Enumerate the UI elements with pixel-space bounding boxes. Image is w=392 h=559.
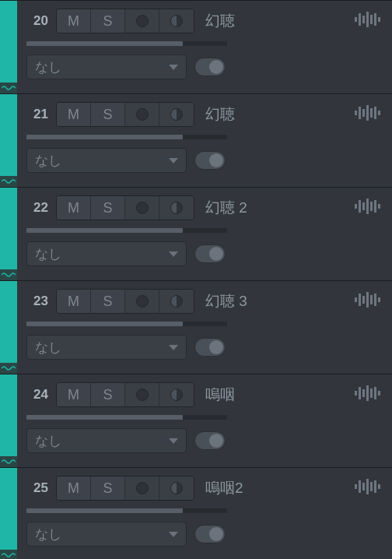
freeze-toggle[interactable] xyxy=(194,244,226,263)
monitor-icon xyxy=(170,295,183,308)
track-color-strip[interactable] xyxy=(0,188,17,280)
waveform-icon[interactable] xyxy=(355,477,381,496)
monitor-button[interactable] xyxy=(159,103,194,126)
automation-badge[interactable] xyxy=(0,83,17,93)
track-name-label[interactable]: 幻聴 2 xyxy=(205,198,247,218)
mute-button[interactable]: M xyxy=(57,383,91,406)
track-color-strip[interactable] xyxy=(0,468,17,559)
track-name-label[interactable]: 嗚咽 xyxy=(205,385,235,405)
track-row[interactable]: 24 M S 嗚咽 な xyxy=(0,374,392,467)
record-arm-button[interactable] xyxy=(125,290,159,313)
chevron-down-icon xyxy=(169,438,178,444)
svg-rect-25 xyxy=(370,295,373,304)
volume-slider[interactable] xyxy=(26,415,227,420)
svg-rect-0 xyxy=(355,17,357,22)
dropdown-value: なし xyxy=(35,526,61,543)
track-color-strip[interactable] xyxy=(0,281,17,374)
waveform-icon[interactable] xyxy=(355,290,381,309)
output-dropdown[interactable]: なし xyxy=(26,522,187,547)
solo-button[interactable]: S xyxy=(91,476,125,500)
track-color-strip[interactable] xyxy=(0,94,17,187)
solo-button[interactable]: S xyxy=(91,196,125,220)
monitor-button[interactable] xyxy=(159,290,194,313)
svg-rect-36 xyxy=(359,480,361,493)
mute-solo-group: M S xyxy=(56,476,194,501)
freeze-toggle[interactable] xyxy=(194,58,226,76)
freeze-toggle[interactable] xyxy=(194,431,226,450)
mute-button[interactable]: M xyxy=(57,476,91,500)
monitor-button[interactable] xyxy=(159,9,194,33)
record-arm-button[interactable] xyxy=(125,9,159,33)
freeze-toggle[interactable] xyxy=(194,525,226,543)
svg-rect-13 xyxy=(378,111,380,115)
track-color-strip[interactable] xyxy=(0,1,17,93)
waveform-icon[interactable] xyxy=(355,197,381,216)
track-color-strip[interactable] xyxy=(0,374,17,467)
monitor-button[interactable] xyxy=(159,196,194,220)
output-dropdown[interactable]: なし xyxy=(26,428,187,453)
waveform-icon[interactable] xyxy=(355,104,381,122)
toggle-knob xyxy=(209,340,223,354)
monitor-icon xyxy=(170,482,183,494)
record-arm-button[interactable] xyxy=(125,196,159,220)
automation-badge[interactable] xyxy=(0,176,17,187)
volume-row xyxy=(26,133,383,141)
volume-row xyxy=(26,320,383,328)
solo-button[interactable]: S xyxy=(91,103,125,126)
track-row[interactable]: 25 M S 嗚咽2 xyxy=(0,467,392,559)
volume-slider[interactable] xyxy=(26,322,227,326)
volume-row xyxy=(26,507,383,515)
mute-button[interactable]: M xyxy=(57,9,91,33)
track-name-label[interactable]: 幻聴 xyxy=(205,104,235,125)
volume-fill xyxy=(26,322,183,326)
track-name-label[interactable]: 幻聴 xyxy=(205,11,235,31)
output-dropdown[interactable]: なし xyxy=(26,148,187,173)
automation-badge[interactable] xyxy=(0,456,17,467)
track-name-label[interactable]: 嗚咽2 xyxy=(205,478,243,498)
record-arm-button[interactable] xyxy=(125,476,159,500)
svg-rect-31 xyxy=(366,385,369,401)
svg-rect-9 xyxy=(362,109,365,117)
monitor-button[interactable] xyxy=(159,383,194,406)
track-row[interactable]: 22 M S 幻聴 2 xyxy=(0,187,392,280)
record-arm-button[interactable] xyxy=(125,383,159,406)
svg-rect-7 xyxy=(355,111,357,115)
solo-button[interactable]: S xyxy=(91,383,125,406)
mute-button[interactable]: M xyxy=(57,290,91,313)
track-name-label[interactable]: 幻聴 3 xyxy=(205,291,247,311)
solo-button[interactable]: S xyxy=(91,290,125,313)
volume-slider[interactable] xyxy=(26,228,227,233)
automation-badge[interactable] xyxy=(0,363,17,374)
svg-rect-27 xyxy=(378,297,380,302)
automation-badge[interactable] xyxy=(0,269,17,280)
mute-button[interactable]: M xyxy=(57,196,91,220)
solo-button[interactable]: S xyxy=(91,9,125,33)
svg-rect-41 xyxy=(378,484,380,489)
volume-slider[interactable] xyxy=(26,41,227,46)
waveform-icon[interactable] xyxy=(355,10,381,29)
record-arm-button[interactable] xyxy=(125,103,159,126)
output-dropdown[interactable]: なし xyxy=(26,241,187,266)
track-row[interactable]: 20 M S 幻聴 な xyxy=(0,0,392,93)
dropdown-value: なし xyxy=(35,245,61,263)
svg-rect-8 xyxy=(359,107,361,119)
monitor-button[interactable] xyxy=(159,476,194,500)
track-row[interactable]: 21 M S 幻聴 な xyxy=(0,93,392,187)
toggle-knob xyxy=(209,60,223,74)
svg-rect-23 xyxy=(362,296,365,304)
volume-slider[interactable] xyxy=(26,135,227,139)
record-icon xyxy=(136,108,149,121)
track-row[interactable]: 23 M S 幻聴 3 xyxy=(0,280,392,374)
automation-badge[interactable] xyxy=(0,550,17,559)
waveform-icon[interactable] xyxy=(355,384,381,403)
chevron-down-icon xyxy=(169,345,178,350)
volume-slider[interactable] xyxy=(26,508,227,513)
mute-button[interactable]: M xyxy=(57,103,91,126)
freeze-toggle[interactable] xyxy=(194,151,226,170)
freeze-toggle[interactable] xyxy=(194,338,226,357)
output-dropdown[interactable]: なし xyxy=(26,54,187,79)
chevron-down-icon xyxy=(169,532,178,537)
svg-rect-20 xyxy=(378,204,380,209)
output-dropdown[interactable]: なし xyxy=(26,335,187,360)
svg-rect-18 xyxy=(370,202,373,211)
